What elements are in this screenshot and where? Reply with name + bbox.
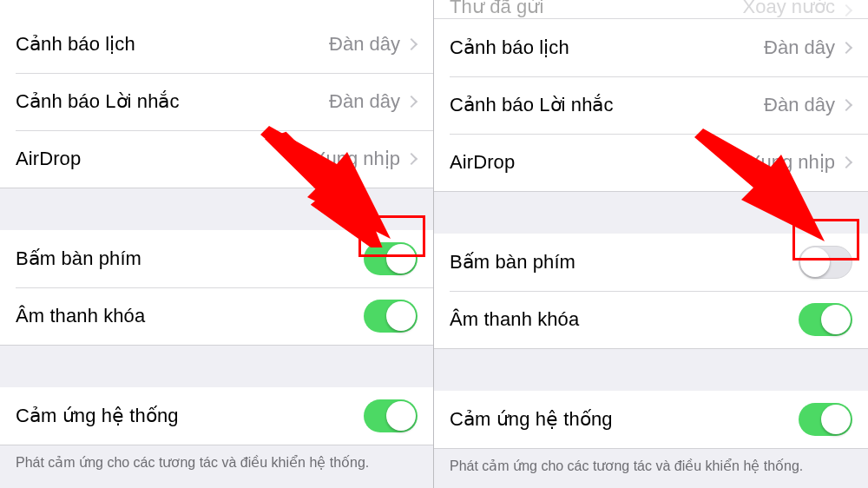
chevron-right-icon [405,96,418,108]
toggle-system-haptics[interactable] [799,403,852,436]
row-value: Đàn dây [329,33,400,56]
row-lock-sound[interactable]: Âm thanh khóa [0,287,433,345]
group-feedback: Bấm bàn phím Âm thanh khóa [434,234,868,349]
toggle-lock-sound[interactable] [364,300,418,333]
row-label: Cảnh báo lịch [16,33,329,56]
toggle-system-haptics[interactable] [364,399,418,432]
row-value: Đàn dây [764,94,835,116]
row-label: Âm thanh khóa [450,308,799,331]
group-haptics: Cảm ứng hệ thống [434,391,868,449]
row-value: Xoay nước [743,0,836,16]
row-label: Cảm ứng hệ thống [450,408,799,431]
row-label: Thư đã gửi [450,0,743,16]
toggle-lock-sound[interactable] [799,303,852,336]
footer-note: Phát cảm ứng cho các tương tác và điều k… [0,445,433,471]
row-reminder-alerts[interactable]: Cảnh báo Lời nhắc Đàn dây [434,76,868,134]
row-value: Xung nhịp [313,148,400,170]
row-lock-sound[interactable]: Âm thanh khóa [434,291,868,348]
row-value: Đàn dây [764,36,835,59]
row-airdrop[interactable]: AirDrop Xung nhịp [0,130,433,188]
group-haptics: Cảm ứng hệ thống [0,387,433,445]
chevron-right-icon [405,153,418,165]
chevron-right-icon [405,38,418,50]
toggle-keyboard-clicks[interactable] [364,242,418,275]
row-label: Cảnh báo lịch [450,36,764,59]
chevron-right-icon [840,156,852,168]
row-label: Cảnh báo Lời nhắc [450,94,764,116]
group-alerts: Cảnh báo lịch Đàn dây Cảnh báo Lời nhắc … [434,19,868,192]
row-value: Đàn dây [329,90,400,113]
row-label: AirDrop [16,148,313,170]
group-alerts: Cảnh báo lịch Đàn dây Cảnh báo Lời nhắc … [0,16,433,188]
row-keyboard-clicks[interactable]: Bấm bàn phím [0,230,433,287]
row-label: Bấm bàn phím [16,247,364,270]
row-label: Cảnh báo Lời nhắc [16,90,329,113]
chevron-right-icon [840,4,852,16]
row-value: Xung nhịp [748,151,835,174]
row-label: Bấm bàn phím [450,251,799,274]
row-calendar-alerts[interactable]: Cảnh báo lịch Đàn dây [0,16,433,73]
row-reminder-alerts[interactable]: Cảnh báo Lời nhắc Đàn dây [0,73,433,130]
row-label: Âm thanh khóa [16,305,364,327]
panel-left: Cảnh báo lịch Đàn dây Cảnh báo Lời nhắc … [0,0,434,488]
footer-note: Phát cảm ứng cho các tương tác và điều k… [434,449,868,474]
row-sent-mail[interactable]: Thư đã gửi Xoay nước [434,0,868,19]
row-airdrop[interactable]: AirDrop Xung nhịp [434,134,868,191]
row-label: Cảm ứng hệ thống [16,405,364,427]
row-keyboard-clicks[interactable]: Bấm bàn phím [434,234,868,291]
row-label: AirDrop [450,151,748,174]
group-feedback: Bấm bàn phím Âm thanh khóa [0,230,433,346]
chevron-right-icon [840,99,852,111]
panel-right: Thư đã gửi Xoay nước Cảnh báo lịch Đàn d… [434,0,868,488]
row-system-haptics[interactable]: Cảm ứng hệ thống [0,387,433,445]
row-calendar-alerts[interactable]: Cảnh báo lịch Đàn dây [434,19,868,76]
row-system-haptics[interactable]: Cảm ứng hệ thống [434,391,868,448]
chevron-right-icon [840,42,852,54]
toggle-keyboard-clicks[interactable] [799,246,852,279]
